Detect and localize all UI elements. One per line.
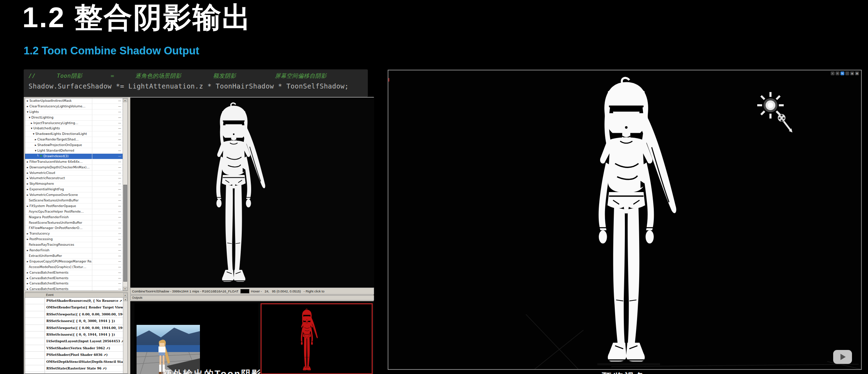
hover-info: Hover - 24, 95 (0.0042, 0.0515) - Right … <box>251 289 325 293</box>
viewport-toolbar: ◐ ✛ ⇆ ⁘ ◉ ▣ <box>831 71 859 75</box>
texture-status-bar: CombineToonHclShadow - 3999x1944 1 mips … <box>130 288 374 295</box>
event-row-gutter <box>25 345 45 351</box>
editor-viewport[interactable]: ◐ ✛ ⇆ ⁘ ◉ ▣ <box>388 70 862 370</box>
renderdoc-window: ▸ ScatterUploadIndirectMask— ▸ ClearTran… <box>24 97 374 374</box>
tree-row[interactable]: ▸ SkyAtmosphere— <box>25 181 127 187</box>
tree-row[interactable]: FXFlowManager OnPostRenderO…— <box>25 226 127 231</box>
event-scrollbar[interactable]: ▲ <box>123 297 127 373</box>
panel-icon[interactable]: ▣ <box>855 71 859 75</box>
event-row-gutter <box>25 325 45 331</box>
event-row[interactable]: VSSetShader(Vertex Shader 5962 ➚) <box>25 345 127 352</box>
event-browser-rows-bottom: ▸ FilterTranslucentVolume 64x64x…— ▸ Dow… <box>25 159 127 291</box>
tree-row[interactable]: ▾ DirectLighting— <box>25 115 127 121</box>
tree-row[interactable]: ▸ CanvasBatchedElements— <box>25 276 127 281</box>
tree-row[interactable]: ▸ ExponentialHeightFog— <box>25 187 127 192</box>
event-row[interactable]: RSSetScissors({ { 0, 0, 3000, 1944 } }) <box>25 318 127 325</box>
tree-row[interactable]: ResetSceneTexturesUniformBuffer— <box>25 220 127 226</box>
picked-color-swatch <box>240 289 249 293</box>
tree-row[interactable]: ▾ UnbatchedLights— <box>25 126 127 131</box>
tree-row[interactable]: ▸ ClearTranslucencyLightingVolume…— <box>25 104 127 109</box>
event-row[interactable]: RSSetViewports({ { 0.00, 0.00, 3000.00, … <box>25 311 127 318</box>
slide-root: 1.2 整合阴影输出 1.2 Toon Combine Shadow Outpu… <box>0 0 868 374</box>
tree-row[interactable]: AccessModePass[Graphics] (Textur…— <box>25 265 127 270</box>
event-browser-panel: ▸ ScatterUploadIndirectMask— ▸ ClearTran… <box>25 98 128 291</box>
tree-row[interactable]: ▸ PostProcessing— <box>25 237 127 242</box>
tree-row[interactable]: ▸ VolumetricReconstruct— <box>25 176 127 181</box>
directional-light-gizmo[interactable] <box>757 91 798 137</box>
texture-canvas[interactable] <box>130 97 374 288</box>
event-row-gutter <box>25 352 45 358</box>
scroll-up-icon[interactable]: ▲ <box>123 98 127 102</box>
visibility-icon[interactable]: ◐ <box>831 71 835 75</box>
viewport-caption: 预览视角 <box>602 371 646 374</box>
event-row-gutter <box>25 359 45 365</box>
tree-row[interactable]: ▸ CanvasBatchedElements— <box>25 287 127 291</box>
capture-icon[interactable]: ◉ <box>850 71 854 75</box>
event-row-gutter <box>25 298 45 304</box>
tree-row[interactable]: ▸ ShadowProjectionOnOpaque— <box>25 143 127 148</box>
tree-row[interactable]: ▸ CanvasBatchedElements— <box>25 270 127 276</box>
page-subtitle: 1.2 Toon Combine Shadow Output <box>24 45 199 57</box>
tree-row-selected[interactable]: └ ⚑ DrawIndexed(3) — <box>25 154 127 159</box>
tree-row[interactable]: SetSceneTexturesUniformBuffer— <box>25 198 127 204</box>
tree-row[interactable]: ▾ Light StandardDeferred— <box>25 148 127 154</box>
tree-row[interactable]: ▸ Translucency— <box>25 231 127 237</box>
tree-row[interactable]: ▸ EnqueueCopy(GPUMessageManager Re…— <box>25 259 127 265</box>
tree-row[interactable]: ▸ DownsampleDepth(CheckerMinMax)…— <box>25 165 127 170</box>
tree-row[interactable]: ▸ FXSystem PostRenderOpaque— <box>25 204 127 209</box>
api-event-panel: Event ✕ PSSetShaderResources(0, { No Res… <box>25 292 128 374</box>
sync-icon[interactable]: ⇆ <box>840 71 844 75</box>
output-thumbnail-shadow-mask[interactable] <box>261 303 373 374</box>
code-statement-line: Shadow.SurfaceShadow *= LightAttenuation… <box>29 82 363 90</box>
toon-shadow-render-large <box>575 76 677 370</box>
tree-row[interactable]: ReleaseRayTracingResources— <box>25 242 127 248</box>
event-list-rows: PSSetShaderResources(0, { No Resource ➚ … <box>25 298 127 374</box>
event-row-gutter <box>25 331 45 338</box>
tree-row[interactable]: ▸ FilterTranslucentVolume 64x64x…— <box>25 159 127 165</box>
event-row[interactable]: RSSetState(Rasterizer State 96 ➚) <box>25 365 127 372</box>
tree-scroll-thumb[interactable] <box>123 185 127 282</box>
tree-row[interactable]: ▸ CanvasBatchedElements— <box>25 281 127 287</box>
tree-row[interactable]: ▸ RenderFinish— <box>25 248 127 253</box>
tree-row[interactable]: ▸ ScatterUploadIndirectMask— <box>25 98 127 104</box>
event-browser-rows-top: ▸ ScatterUploadIndirectMask— ▸ ClearTran… <box>25 98 127 154</box>
tree-row[interactable]: ▾ ShadowedLights DirectionalLight— <box>25 131 127 137</box>
outputs-header: Outputs <box>130 295 374 300</box>
close-icon[interactable]: ✕ <box>123 293 127 297</box>
scroll-down-icon[interactable]: ▼ <box>123 287 127 291</box>
flag-icon: ⚑ <box>40 154 42 158</box>
event-list-header: Event ✕ <box>25 293 127 298</box>
scene-color-preview <box>137 325 200 374</box>
tree-row[interactable]: AsyncGpuTraceHelper PostRende…— <box>25 209 127 215</box>
event-row-gutter <box>25 304 45 311</box>
event-row[interactable]: PSSetShader(Pixel Shader 6036 ➚) <box>25 352 127 358</box>
stats-icon[interactable]: ⁘ <box>845 71 849 75</box>
tree-row[interactable]: ▸ VolumetricComposeOverScene— <box>25 192 127 198</box>
transform-icon[interactable]: ✛ <box>836 71 839 75</box>
event-row[interactable]: RSSetScissors({ { 0, 0, 1944, 1944 } }) <box>25 331 127 338</box>
tree-row[interactable]: ▸ InjectTranslucencyLighting…— <box>25 121 127 126</box>
toon-shadow-render-middle <box>202 102 266 288</box>
youtube-logo-icon[interactable] <box>833 350 852 364</box>
tree-row[interactable]: ▸ VolumetricCloud— <box>25 170 127 176</box>
tree-row[interactable]: ▸ ClearRenderTarget(Shad…— <box>25 137 127 143</box>
event-row[interactable]: PSSetShaderResources(0, { No Resource ➚ <box>25 298 127 304</box>
event-row[interactable]: RSSetViewports({ { 0.00, 0.00, 1944.00, … <box>25 325 127 331</box>
play-triangle-icon <box>840 354 846 360</box>
event-row[interactable]: OMSetDepthStencilState(Depth-Stencil Sta… <box>25 359 127 365</box>
tree-row[interactable]: Niagara PostRenderFinish— <box>25 215 127 220</box>
event-row[interactable]: OMSetBlendState(Blend State 300 ➚, { 1.0 <box>25 372 127 374</box>
event-row-gutter <box>25 372 45 374</box>
selected-draw-call: DrawIndexed(3) <box>44 154 69 158</box>
event-row-gutter <box>25 338 45 344</box>
event-row[interactable]: OMSetRenderTargets({ Render Target View … <box>25 304 127 311</box>
tree-row[interactable]: ExtractUniformBuffer— <box>25 253 127 259</box>
texture-viewer: CombineToonHclShadow - 3999x1944 1 mips … <box>130 97 374 374</box>
event-row-gutter <box>25 318 45 324</box>
output-thumbnail-scene[interactable] <box>134 303 258 374</box>
tree-row[interactable]: ▾ Lights— <box>25 109 127 115</box>
tree-scrollbar[interactable]: ▲ ▼ <box>123 98 127 291</box>
event-row[interactable]: IASetInputLayout(Input Layout 20564453 ➚… <box>25 338 127 345</box>
scroll-up-icon[interactable]: ▲ <box>123 297 127 301</box>
event-row-gutter <box>25 311 45 318</box>
